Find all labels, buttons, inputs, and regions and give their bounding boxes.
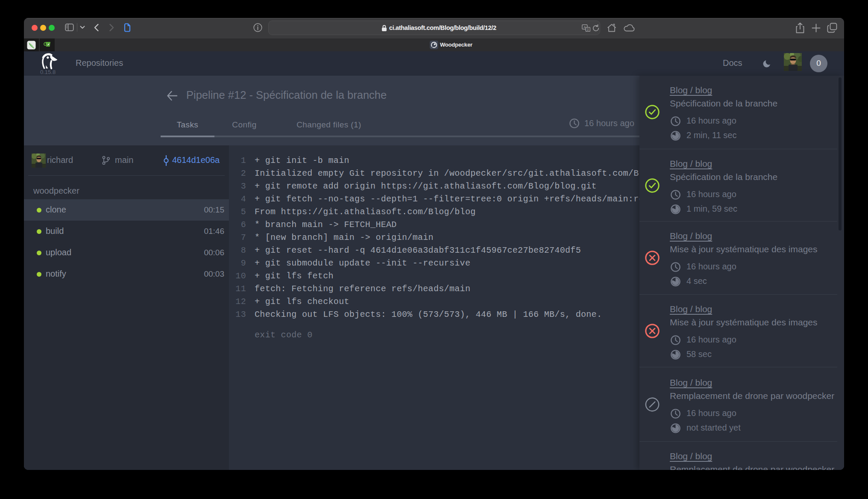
svg-text:文: 文 xyxy=(586,28,589,32)
